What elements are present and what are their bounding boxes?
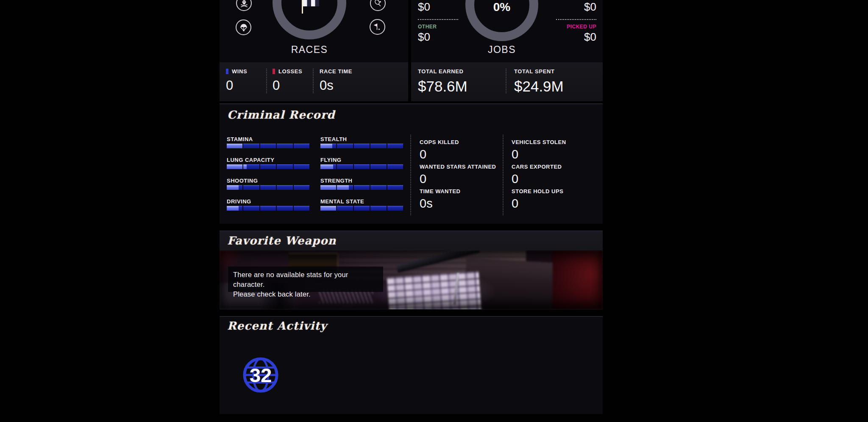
- dotted-divider: [410, 135, 411, 215]
- total-spent-label: TOTAL SPENT: [514, 68, 554, 75]
- jobs-caption: JOBS: [459, 44, 544, 56]
- jobs-stats-band: TOTAL EARNED $78.6M TOTAL SPENT $24.9M: [411, 62, 603, 101]
- crime-stats-column-2: VEHICLES STOLEN 0 CARS EXPORTED 0 STORE …: [512, 139, 566, 213]
- skill-flying: FLYING: [320, 157, 404, 178]
- cops-killed-stat: COPS KILLED 0: [420, 139, 496, 164]
- skill-shooting: SHOOTING: [227, 178, 310, 199]
- rank-globe-badge[interactable]: 32: [242, 356, 279, 394]
- skill-bar: [227, 164, 310, 169]
- races-caption: RACES: [267, 44, 352, 56]
- skill-bar: [320, 144, 404, 148]
- skill-bar: [320, 164, 404, 169]
- total-spent-value: $24.9M: [514, 78, 564, 95]
- jobs-panel: 0% $0 OTHER $0 $0 PICKED UP $0 JOBS TOTA…: [411, 0, 603, 101]
- total-earned-label: TOTAL EARNED: [418, 68, 464, 75]
- skill-bar: [320, 185, 404, 190]
- vehicles-stolen-stat: VEHICLES STOLEN 0: [512, 139, 566, 164]
- deathmatch-skull-icon[interactable]: [236, 0, 252, 11]
- wins-marker: [226, 69, 228, 74]
- recent-activity-title: Recent Activity: [227, 319, 327, 332]
- skill-strength: STRENGTH: [320, 178, 404, 199]
- golf-icon[interactable]: [370, 19, 385, 35]
- band-divider: [313, 69, 314, 93]
- jobs-picked-up-column: $0 PICKED UP $0: [550, 0, 596, 43]
- race-time-stat: RACE TIME 0s: [320, 68, 352, 93]
- favorite-weapon-title: Favorite Weapon: [227, 234, 336, 247]
- band-divider: [506, 69, 506, 93]
- parachute-icon[interactable]: [236, 19, 251, 35]
- losses-value: 0: [273, 78, 302, 93]
- cars-exported-stat: CARS EXPORTED 0: [512, 164, 566, 188]
- skill-lung-capacity: LUNG CAPACITY: [227, 157, 310, 178]
- skills-grid: STAMINA STEALTH LUNG CAPACITY FLYING: [227, 136, 404, 219]
- dotted-divider: [418, 19, 458, 20]
- total-earned-value: $78.6M: [418, 78, 467, 95]
- jobs-other-label: OTHER: [418, 24, 465, 30]
- criminal-record-title: Criminal Record: [227, 108, 335, 121]
- losses-label: LOSSES: [278, 68, 302, 75]
- svg-text:32: 32: [250, 364, 272, 386]
- skill-stamina: STAMINA: [227, 136, 310, 157]
- jobs-picked-up-label: PICKED UP: [550, 24, 596, 30]
- race-time-label: RACE TIME: [320, 68, 352, 75]
- wins-value: 0: [226, 78, 247, 93]
- race-time-value: 0s: [320, 78, 352, 93]
- jobs-other-value: $0: [418, 31, 465, 43]
- skill-bar: [227, 206, 310, 211]
- wins-label: WINS: [232, 68, 247, 75]
- favorite-weapon-panel: Favorite Weapon There are no available s…: [220, 230, 603, 310]
- jobs-picked-up-top-value: $0: [550, 0, 596, 13]
- checkered-flag-icon: [299, 0, 321, 14]
- recent-activity-panel: Recent Activity 32: [220, 316, 603, 414]
- jobs-picked-up-value: $0: [550, 31, 596, 43]
- skill-bar: [227, 185, 310, 190]
- jobs-other-top-value: $0: [418, 0, 465, 13]
- band-divider: [266, 69, 267, 93]
- tennis-icon[interactable]: [370, 0, 386, 11]
- skill-stealth: STEALTH: [320, 136, 404, 157]
- races-panel: RACES WINS 0 LOSSES 0 RACE TIME 0s: [220, 0, 408, 101]
- total-spent-stat: TOTAL SPENT $24.9M: [514, 68, 564, 95]
- dotted-divider: [556, 19, 596, 20]
- criminal-record-panel: Criminal Record STAMINA STEALTH LUNG CAP…: [220, 103, 603, 224]
- skill-bar: [320, 206, 404, 211]
- store-hold-ups-stat: STORE HOLD UPS 0: [512, 188, 566, 213]
- losses-stat: LOSSES 0: [273, 68, 302, 93]
- jobs-percentage: 0%: [459, 0, 544, 14]
- crime-stats-column-1: COPS KILLED 0 WANTED STARS ATTAINED 0 TI…: [420, 139, 496, 213]
- no-stats-message-line1: There are no available stats for your ch…: [233, 270, 378, 289]
- total-earned-stat: TOTAL EARNED $78.6M: [418, 68, 467, 95]
- social-club-stats-page: RACES WINS 0 LOSSES 0 RACE TIME 0s: [0, 0, 868, 422]
- jobs-other-column: $0 OTHER $0: [418, 0, 465, 43]
- no-stats-message-line2: Please check back later.: [233, 289, 378, 299]
- time-wanted-stat: TIME WANTED 0s: [420, 188, 496, 213]
- wins-stat: WINS 0: [226, 68, 247, 93]
- weapons-banner-image: There are no available stats for your ch…: [220, 250, 603, 309]
- races-stats-band: WINS 0 LOSSES 0 RACE TIME 0s: [220, 62, 408, 101]
- dotted-divider: [503, 135, 504, 215]
- no-stats-message-box: There are no available stats for your ch…: [228, 267, 383, 292]
- skill-mental-state: MENTAL STATE: [320, 199, 404, 219]
- losses-marker: [273, 69, 275, 74]
- wanted-stars-stat: WANTED STARS ATTAINED 0: [420, 164, 496, 188]
- skill-driving: DRIVING: [227, 199, 310, 219]
- skill-bar: [227, 144, 310, 148]
